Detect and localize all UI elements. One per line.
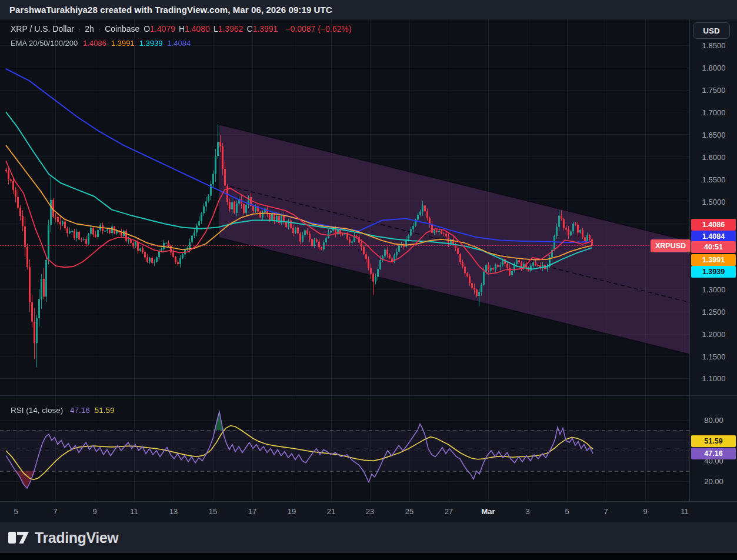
time-axis-label: 17 bbox=[248, 507, 256, 516]
price-label-chip-text: XRPUSD bbox=[655, 242, 686, 250]
axis-tick-label: 1.1000 bbox=[690, 374, 737, 383]
rsi-values: 47.1651.59 bbox=[70, 406, 119, 415]
rsi-label: RSI (14, close) bbox=[11, 406, 63, 415]
tradingview-wordmark: TradingView bbox=[35, 529, 118, 546]
ohlc-item: C1.3991 bbox=[247, 24, 278, 34]
ohlc-item: H1.4080 bbox=[179, 24, 210, 34]
price-tag: 1.4084 bbox=[691, 231, 736, 242]
symbol-title: XRP / U.S. Dollar bbox=[11, 24, 74, 34]
ohlc-value: 1.3991 bbox=[253, 24, 278, 34]
axis-tick-label: 1.3000 bbox=[690, 285, 737, 294]
ohlc-value: 1.3962 bbox=[218, 24, 244, 34]
time-axis-label: 9 bbox=[643, 507, 647, 516]
price-axis[interactable]: USD 1.85001.80001.75001.70001.65001.6000… bbox=[689, 19, 737, 522]
ohlc-key: L bbox=[214, 24, 218, 34]
currency-toggle-button[interactable]: USD bbox=[693, 22, 730, 39]
axis-tick-label: 1.8000 bbox=[690, 64, 737, 72]
time-axis-label: 7 bbox=[53, 507, 57, 516]
ohlc-value: 1.4080 bbox=[185, 24, 210, 34]
price-tag: 1.3991 bbox=[691, 254, 736, 266]
axis-tick-label: 1.8500 bbox=[690, 41, 737, 50]
interval-label: 2h bbox=[85, 24, 94, 34]
axis-tick-label: 1.7000 bbox=[690, 108, 737, 117]
axis-tick-label: 1.5000 bbox=[690, 198, 737, 206]
axis-tick-label: 20.00 bbox=[690, 477, 737, 486]
ohlc-key: O bbox=[144, 24, 150, 34]
change-value: −0.0087 (−0.62%) bbox=[286, 24, 352, 34]
price-tag: 51.59 bbox=[691, 435, 736, 447]
ema-value: 1.3991 bbox=[111, 39, 135, 48]
price-tag: 47.16 bbox=[691, 448, 736, 459]
time-axis-label: 5 bbox=[14, 507, 18, 516]
axis-tick-label: 1.6000 bbox=[690, 153, 737, 162]
tradingview-chart-window: ParshwaTurakhiya28 created with TradingV… bbox=[0, 0, 737, 560]
ema-label: EMA 20/50/100/200 bbox=[11, 39, 78, 48]
legend-separator: · bbox=[78, 25, 81, 34]
time-axis-label: 27 bbox=[445, 507, 453, 516]
price-tag: 1.4086 bbox=[691, 219, 736, 231]
tradingview-logo[interactable]: TradingView bbox=[8, 529, 118, 546]
time-axis-label: 13 bbox=[169, 507, 178, 516]
exchange-label: Coinbase bbox=[105, 24, 139, 34]
chart-canvas[interactable] bbox=[0, 0, 737, 522]
axis-tick-label: 1.7500 bbox=[690, 86, 737, 95]
pane-separator[interactable] bbox=[0, 395, 737, 396]
rsi-legend-row[interactable]: RSI (14, close) 47.1651.59 bbox=[11, 406, 124, 415]
time-axis-label: 19 bbox=[288, 507, 296, 516]
ohlc-key: C bbox=[247, 24, 253, 34]
chart-legend[interactable]: XRP / U.S. Dollar · 2h · Coinbase O1.407… bbox=[11, 22, 352, 49]
price-label-chip: XRPUSD bbox=[651, 239, 691, 252]
time-axis-label: 11 bbox=[130, 507, 138, 516]
axis-tick-label: 1.2000 bbox=[690, 330, 737, 339]
time-axis-label: 21 bbox=[327, 507, 335, 516]
time-axis-label: 15 bbox=[209, 507, 217, 516]
time-axis-label: 7 bbox=[603, 507, 608, 516]
axis-tick-label: 1.6500 bbox=[690, 131, 737, 139]
footer-bar: TradingView bbox=[0, 522, 737, 553]
ohlc-value: 1.4079 bbox=[150, 24, 175, 34]
time-axis-label: 3 bbox=[525, 507, 529, 516]
attribution-bar: ParshwaTurakhiya28 created with TradingV… bbox=[0, 0, 737, 19]
price-tag: 40:51 bbox=[691, 241, 736, 253]
axis-tick-label: 1.1500 bbox=[690, 352, 737, 361]
ema-value: 1.4086 bbox=[83, 39, 106, 48]
bottom-strip bbox=[0, 553, 737, 560]
time-axis-label: 23 bbox=[366, 507, 374, 516]
time-axis-label: 11 bbox=[681, 507, 689, 516]
rsi-value: 51.59 bbox=[95, 406, 115, 415]
ohlc-item: L1.3962 bbox=[214, 24, 244, 34]
time-axis[interactable]: 579111315171921232527Mar357911 bbox=[0, 501, 737, 523]
ohlc-values: O1.4079H1.4080L1.3962C1.3991 bbox=[144, 24, 281, 34]
axis-tick-label: 80.00 bbox=[690, 416, 737, 425]
axis-tick-label: 1.2500 bbox=[690, 308, 737, 316]
axis-tick-label: 1.5500 bbox=[690, 175, 737, 184]
time-axis-label: 9 bbox=[92, 507, 96, 516]
attribution-text: ParshwaTurakhiya28 created with TradingV… bbox=[9, 5, 332, 15]
time-axis-label: 25 bbox=[405, 507, 413, 516]
ema-value: 1.4084 bbox=[168, 39, 191, 48]
time-axis-label: Mar bbox=[481, 507, 495, 516]
ohlc-key: H bbox=[179, 24, 185, 34]
ema-values: 1.40861.39911.39391.4084 bbox=[82, 39, 194, 48]
time-axis-label: 5 bbox=[565, 507, 569, 516]
legend-separator: · bbox=[98, 25, 101, 34]
symbol-legend-row[interactable]: XRP / U.S. Dollar · 2h · Coinbase O1.407… bbox=[11, 22, 352, 35]
tradingview-logo-icon bbox=[8, 530, 29, 545]
rsi-value: 47.16 bbox=[70, 406, 90, 415]
price-tag: 1.3939 bbox=[691, 266, 736, 278]
ema-legend-row[interactable]: EMA 20/50/100/200 1.40861.39911.39391.40… bbox=[11, 36, 352, 49]
ohlc-item: O1.4079 bbox=[144, 24, 175, 34]
ema-value: 1.3939 bbox=[139, 39, 163, 48]
